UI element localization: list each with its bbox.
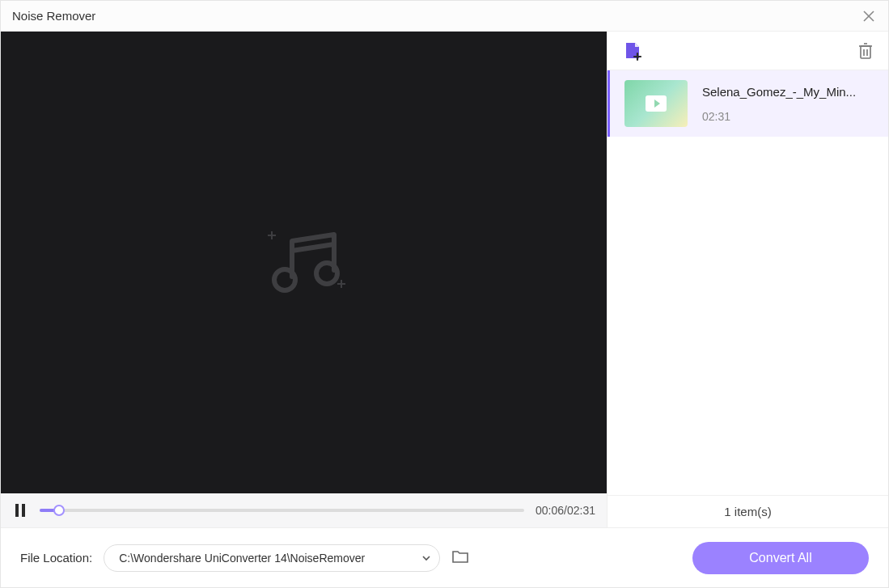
svg-point-2	[274, 269, 295, 290]
svg-rect-7	[337, 283, 345, 285]
list-item[interactable]: Selena_Gomez_-_My_Min... 02:31	[607, 70, 888, 137]
add-file-button[interactable]	[622, 40, 643, 61]
file-location-label: File Location:	[20, 551, 92, 565]
queue-panel: Selena_Gomez_-_My_Min... 02:31 1 item(s)	[607, 32, 888, 527]
item-count: 1 item(s)	[607, 495, 888, 527]
preview-panel: 00:06/02:31	[1, 32, 607, 527]
current-time: 00:06	[536, 504, 564, 517]
footer-bar: File Location: C:\Wondershare UniConvert…	[1, 527, 888, 587]
open-folder-button[interactable]	[451, 548, 471, 568]
file-location-path: C:\Wondershare UniConverter 14\NoiseRemo…	[119, 552, 365, 565]
pause-icon	[15, 504, 19, 517]
media-preview	[1, 32, 607, 493]
svg-point-3	[316, 263, 337, 284]
total-time: 02:31	[567, 504, 595, 517]
video-thumbnail	[624, 80, 688, 127]
close-icon	[862, 10, 875, 23]
queue-toolbar	[607, 32, 888, 70]
window-title: Noise Remover	[12, 9, 95, 23]
folder-icon	[451, 548, 469, 565]
chevron-down-icon	[421, 553, 431, 563]
add-file-icon	[622, 40, 643, 61]
trash-icon	[857, 42, 874, 60]
clear-queue-button[interactable]	[857, 42, 875, 60]
titlebar: Noise Remover	[1, 1, 888, 32]
file-location-dropdown[interactable]: C:\Wondershare UniConverter 14\NoiseRemo…	[104, 544, 440, 572]
file-name: Selena_Gomez_-_My_Min...	[702, 85, 856, 99]
player-controls: 00:06/02:31	[1, 493, 607, 527]
svg-rect-10	[861, 46, 870, 58]
svg-rect-5	[268, 235, 276, 236]
pause-button[interactable]	[12, 502, 28, 518]
seek-bar[interactable]	[40, 509, 524, 512]
convert-all-label: Convert All	[749, 551, 811, 565]
file-list: Selena_Gomez_-_My_Min... 02:31	[607, 70, 888, 495]
convert-all-button[interactable]: Convert All	[692, 542, 869, 574]
file-duration: 02:31	[702, 110, 856, 123]
close-button[interactable]	[861, 8, 877, 24]
play-icon	[646, 95, 667, 112]
time-display: 00:06/02:31	[536, 504, 595, 517]
music-note-icon	[260, 226, 349, 299]
